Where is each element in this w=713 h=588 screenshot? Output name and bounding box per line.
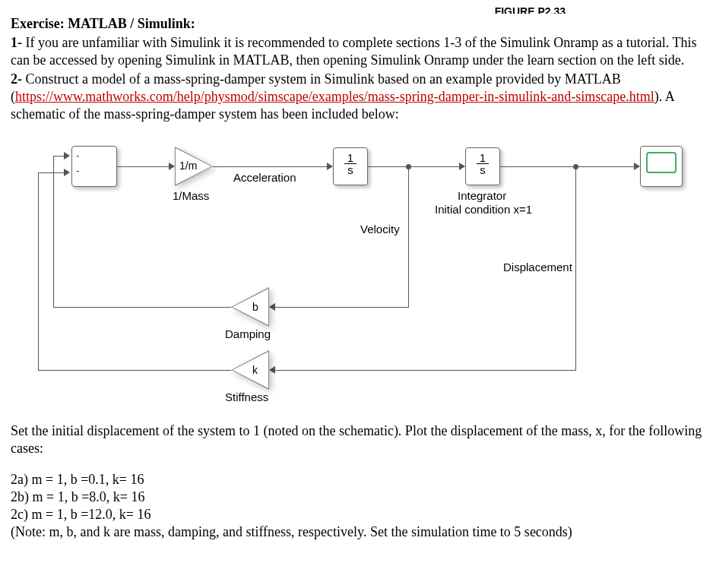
wire [38,172,65,173]
gain-stiffness-label: Stiffness [225,390,268,404]
p1-body: If you are unfamiliar with Simulink it i… [11,35,697,68]
wire [408,166,409,307]
acceleration-label: Acceleration [233,170,296,185]
wire [38,172,39,371]
wire [53,307,231,308]
cases-list: 2a) m = 1, b =0.1, k= 16 2b) m = 1, b =8… [11,471,702,541]
arrow-icon [459,163,465,170]
case-2a: 2a) m = 1, b =0.1, k= 16 [11,471,702,488]
velocity-label: Velocity [360,222,400,236]
gain-damping-label: Damping [225,327,271,341]
integrator2-block: 1 s [465,147,500,185]
int2-num: 1 [477,152,489,164]
p2-lead: 2- [11,71,22,87]
gain-stiffness-text: k [252,364,258,378]
arrow-icon [169,163,175,170]
wire [117,166,170,167]
int1-num: 1 [344,152,356,164]
after-diagram-text: Set the initial displacement of the syst… [11,422,702,457]
wire [213,166,328,167]
arrow-icon [269,303,275,311]
displacement-label: Displacement [503,260,572,274]
arrow-icon [64,152,70,160]
integrator2-label1: Integrator [458,188,506,203]
int1-den: s [344,164,356,175]
paragraph-2: 2- Construct a model of a mass-spring-da… [11,71,702,123]
arrow-icon [327,163,333,170]
wire [53,156,54,308]
wire [38,370,231,371]
scope-screen-icon [646,152,677,173]
wire [368,166,461,167]
cases-note: (Note: m, b, and k are mass, damping, an… [11,523,702,541]
int2-den: s [477,164,489,175]
mathworks-link[interactable]: https://www.mathworks.com/help/physmod/s… [15,89,654,104]
integrator2-label2: Initial condition x=1 [435,202,532,217]
gain-mass-label: 1/Mass [173,188,209,203]
figure-caption: FIGURE P2.33 [11,5,702,14]
case-2b: 2b) m = 1, b =8.0, k= 16 [11,488,702,506]
integrator1-block: 1 s [333,147,368,185]
exercise-title: Exercise: MATLAB / Simulink: [11,15,702,33]
sum-minus-1: - [76,150,79,163]
arrow-icon [269,366,275,374]
title-text: Exercise: MATLAB / Simulink: [11,16,195,31]
arrow-icon [634,163,640,170]
integrator1-fraction: 1 s [344,152,356,175]
gain-mass-text: 1/m [179,160,197,173]
simulink-diagram: - - 1/m 1/Mass Acceleration 1 s 1 s Inte… [11,131,702,419]
paragraph-1: 1- If you are unfamiliar with Simulink i… [11,34,702,69]
arrow-icon [64,169,70,176]
wire [500,166,635,167]
integrator2-fraction: 1 s [477,152,489,175]
case-2c: 2c) m = 1, b =12.0, k= 16 [11,506,702,523]
sum-minus-2: - [76,165,79,178]
p1-lead: 1- [11,35,22,50]
gain-damping-text: b [252,301,258,315]
wire [275,370,576,371]
wire [275,307,409,308]
wire [575,166,576,370]
